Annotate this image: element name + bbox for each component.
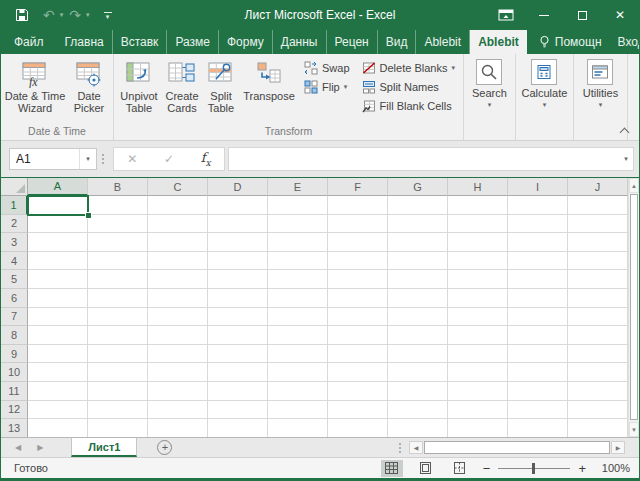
previous-sheet-icon[interactable]: ◀ — [15, 443, 21, 452]
tab-insert[interactable]: Вставк — [113, 30, 168, 54]
calculate-dropdown-icon: ▾ — [543, 101, 547, 109]
fill-blank-cells-button[interactable]: Fill Blank Cells — [362, 99, 455, 113]
undo-icon[interactable]: ↶ — [43, 8, 55, 22]
create-cards-button[interactable]: Create Cards — [162, 56, 202, 114]
tab-ablebits-tools[interactable]: Ablebit — [416, 30, 470, 54]
scroll-right-icon[interactable]: ▶ — [611, 441, 625, 454]
tab-help[interactable]: Помощн — [531, 30, 610, 54]
page-break-view-icon[interactable] — [449, 460, 471, 477]
calculate-button[interactable]: Calculate ▾ — [521, 56, 567, 109]
sign-in-button[interactable]: Вход — [610, 30, 640, 54]
scroll-left-icon[interactable]: ◀ — [409, 441, 423, 454]
select-all-corner[interactable] — [1, 178, 28, 196]
selected-cell-a1[interactable] — [27, 195, 89, 216]
row-header-4[interactable]: 4 — [1, 252, 28, 271]
column-header-a[interactable]: A — [28, 178, 88, 196]
split-names-button[interactable]: Split Names — [362, 80, 455, 94]
zoom-slider-handle[interactable] — [532, 463, 535, 474]
unpivot-table-button[interactable]: Unpivot Table — [116, 56, 162, 114]
collapse-ribbon-icon[interactable] — [621, 126, 629, 134]
row-header-12[interactable]: 12 — [1, 401, 28, 420]
utilities-button[interactable]: Utilities ▾ — [583, 56, 618, 109]
group-label-date-time: Date & Time — [1, 124, 113, 140]
date-picker-button[interactable]: Date Picker — [67, 56, 111, 114]
row-header-13[interactable]: 13 — [1, 419, 28, 438]
maximize-button[interactable] — [563, 0, 601, 30]
zoom-slider[interactable] — [498, 468, 570, 469]
new-sheet-button[interactable]: + — [157, 440, 172, 455]
name-box[interactable]: ▾ — [9, 148, 97, 170]
name-box-dropdown-icon[interactable]: ▾ — [79, 149, 96, 169]
formula-input[interactable] — [229, 152, 619, 166]
row-header-5[interactable]: 5 — [1, 270, 28, 289]
flip-button[interactable]: Flip ▾ — [304, 80, 350, 94]
transpose-button[interactable]: Transpose — [240, 56, 298, 102]
column-header-g[interactable]: G — [388, 178, 448, 196]
tab-view[interactable]: Вид — [378, 30, 417, 54]
row-header-1[interactable]: 1 — [1, 196, 28, 215]
horizontal-scrollbar[interactable]: ◀ ▶ — [409, 438, 625, 457]
enter-icon[interactable]: ✓ — [164, 152, 174, 166]
delete-blanks-button[interactable]: Delete Blanks ▾ — [362, 61, 455, 75]
column-header-h[interactable]: H — [448, 178, 508, 196]
blanks-names-column: Delete Blanks ▾ Split Names Fill Blank — [356, 56, 461, 113]
cells-area[interactable] — [28, 196, 628, 437]
vertical-scrollbar[interactable]: ▲ ▼ — [628, 178, 639, 437]
sheet-tab-list1[interactable]: Лист1 — [71, 438, 137, 457]
vertical-scrollbar-thumb[interactable] — [630, 194, 638, 420]
redo-icon[interactable]: ↷ — [69, 8, 81, 22]
row-header-11[interactable]: 11 — [1, 382, 28, 401]
redo-dropdown-icon[interactable]: ▾ — [86, 11, 90, 19]
tab-page-layout[interactable]: Разме — [167, 30, 219, 54]
undo-dropdown-icon[interactable]: ▾ — [60, 11, 64, 19]
expand-formula-bar-icon[interactable]: ▾ — [619, 155, 633, 163]
tab-home[interactable]: Главна — [57, 30, 113, 54]
swap-button[interactable]: Swap — [304, 61, 350, 75]
column-header-f[interactable]: F — [328, 178, 388, 196]
zoom-percentage[interactable]: 100% — [598, 462, 630, 474]
column-header-d[interactable]: D — [208, 178, 268, 196]
next-sheet-icon[interactable]: ▶ — [37, 443, 43, 452]
ribbon-display-options-icon[interactable] — [487, 0, 525, 30]
flip-icon — [304, 80, 318, 94]
save-icon[interactable] — [15, 8, 29, 22]
cancel-icon[interactable]: ✕ — [127, 152, 137, 166]
tab-formulas[interactable]: Форму — [219, 30, 273, 54]
row-header-10[interactable]: 10 — [1, 363, 28, 382]
fill-blank-cells-icon — [362, 99, 376, 113]
scroll-down-icon[interactable]: ▼ — [629, 422, 639, 437]
row-header-6[interactable]: 6 — [1, 289, 28, 308]
column-header-e[interactable]: E — [268, 178, 328, 196]
scroll-up-icon[interactable]: ▲ — [629, 178, 639, 193]
name-box-input[interactable] — [10, 152, 79, 166]
tab-file[interactable]: Файл — [1, 30, 57, 54]
row-header-8[interactable]: 8 — [1, 326, 28, 345]
column-header-j[interactable]: J — [568, 178, 628, 196]
tab-review[interactable]: Рецен — [327, 30, 378, 54]
column-header-c[interactable]: C — [148, 178, 208, 196]
horizontal-scrollbar-thumb[interactable] — [424, 441, 610, 454]
search-button[interactable]: Search ▾ — [472, 56, 507, 109]
search-icon — [476, 59, 502, 85]
tab-scrollbar-splitter[interactable] — [399, 443, 401, 453]
column-header-i[interactable]: I — [508, 178, 568, 196]
row-header-7[interactable]: 7 — [1, 308, 28, 327]
page-layout-view-icon[interactable] — [415, 460, 437, 477]
customize-qat-icon[interactable]: ▾ — [104, 12, 112, 19]
status-bar: Готово − + 100% — [1, 457, 639, 478]
zoom-in-icon[interactable]: + — [578, 462, 586, 475]
row-header-2[interactable]: 2 — [1, 215, 28, 234]
split-table-button[interactable]: Split Table — [202, 56, 240, 114]
row-header-9[interactable]: 9 — [1, 345, 28, 364]
date-time-wizard-button[interactable]: fx Date & Time Wizard — [3, 56, 67, 114]
row-header-3[interactable]: 3 — [1, 233, 28, 252]
tab-data[interactable]: Данны — [273, 30, 327, 54]
close-button[interactable]: ✕ — [601, 0, 639, 30]
minimize-button[interactable] — [525, 0, 563, 30]
normal-view-icon[interactable] — [381, 460, 403, 477]
insert-function-icon[interactable]: fx — [201, 150, 211, 168]
zoom-out-icon[interactable]: − — [483, 462, 491, 475]
tab-ablebits-data-active[interactable]: Ablebit — [470, 30, 527, 54]
column-header-b[interactable]: B — [88, 178, 148, 196]
formula-bar-resize-handle[interactable] — [102, 154, 104, 164]
